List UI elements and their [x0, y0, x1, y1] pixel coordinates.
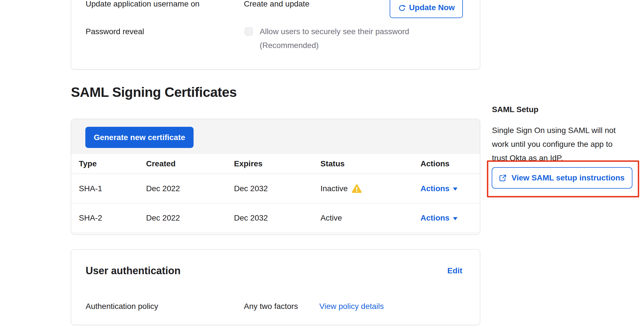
- warning-icon: [352, 184, 362, 193]
- update-username-value: Create and update: [244, 0, 309, 9]
- cell-expires: Dec 2032: [226, 213, 313, 223]
- certificates-panel: Generate new certificate Type Created Ex…: [71, 119, 480, 234]
- column-header-created: Created: [138, 159, 226, 168]
- external-link-icon: [498, 174, 507, 182]
- app-settings-page: Update application username on Create an…: [0, 0, 644, 327]
- table-row: SHA-2 Dec 2022 Dec 2032 Active Actions: [71, 203, 480, 233]
- actions-menu-link[interactable]: Actions: [420, 213, 450, 223]
- cell-status: Inactive: [313, 184, 413, 193]
- saml-setup-heading: SAML Setup: [492, 105, 538, 114]
- generate-new-certificate-button[interactable]: Generate new certificate: [85, 127, 194, 148]
- cell-type: SHA-2: [71, 213, 138, 223]
- status-text: Active: [320, 213, 342, 223]
- saml-setup-description: Single Sign On using SAML will not work …: [492, 123, 616, 165]
- cell-status: Active: [313, 213, 413, 223]
- caret-down-icon[interactable]: [453, 188, 457, 191]
- authentication-policy-label: Authentication policy: [86, 302, 158, 311]
- edit-link[interactable]: Edit: [447, 266, 462, 276]
- update-now-label: Update Now: [409, 3, 455, 12]
- user-authentication-heading: User authentication: [86, 265, 181, 276]
- view-policy-details-link[interactable]: View policy details: [319, 302, 384, 311]
- certificates-toolbar: Generate new certificate: [71, 119, 480, 154]
- cell-created: Dec 2022: [138, 184, 226, 193]
- cell-type: SHA-1: [71, 184, 138, 193]
- password-reveal-description-line2: (Recommended): [260, 38, 409, 52]
- view-saml-setup-instructions-button[interactable]: View SAML setup instructions: [492, 167, 632, 189]
- saml-setup-description-line1: Single Sign On using SAML will not: [492, 123, 616, 137]
- password-reveal-description: Allow users to securely see their passwo…: [260, 25, 409, 52]
- account-settings-card: Update application username on Create an…: [71, 0, 480, 69]
- table-header-row: Type Created Expires Status Actions: [71, 154, 480, 174]
- cell-actions: Actions: [413, 184, 480, 193]
- cell-created: Dec 2022: [138, 213, 226, 223]
- column-header-expires: Expires: [226, 159, 313, 168]
- authentication-policy-value: Any two factors: [244, 302, 298, 311]
- saml-setup-description-line2: work until you configure the app to: [492, 137, 616, 151]
- column-header-type: Type: [71, 159, 138, 168]
- column-header-actions: Actions: [413, 159, 480, 168]
- update-username-label: Update application username on: [86, 0, 200, 9]
- view-saml-setup-instructions-label: View SAML setup instructions: [511, 173, 625, 182]
- saml-setup-description-line3: trust Okta as an IdP.: [492, 151, 616, 165]
- saml-signing-certificates-heading: SAML Signing Certificates: [71, 85, 237, 100]
- cell-expires: Dec 2032: [226, 184, 313, 193]
- column-header-status: Status: [313, 159, 413, 168]
- password-reveal-label: Password reveal: [86, 27, 144, 36]
- certificates-table: Type Created Expires Status Actions SHA-…: [71, 154, 480, 233]
- actions-menu-link[interactable]: Actions: [420, 184, 450, 193]
- password-reveal-description-line1: Allow users to securely see their passwo…: [260, 25, 409, 38]
- user-authentication-card: User authentication Edit Authentication …: [71, 249, 480, 325]
- update-now-button[interactable]: Update Now: [390, 0, 463, 18]
- caret-down-icon[interactable]: [453, 217, 457, 220]
- status-text: Inactive: [320, 184, 348, 193]
- password-reveal-checkbox[interactable]: [245, 27, 253, 36]
- table-row: SHA-1 Dec 2022 Dec 2032 Inactive Actions: [71, 174, 480, 203]
- refresh-icon: [398, 4, 406, 12]
- cell-actions: Actions: [413, 213, 480, 223]
